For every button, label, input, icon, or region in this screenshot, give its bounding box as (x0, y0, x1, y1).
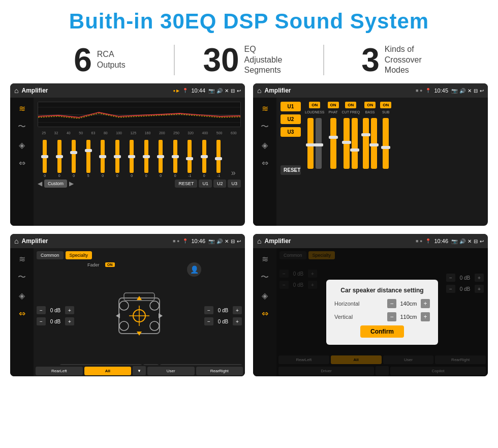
eq-band-8[interactable]: 0 (144, 140, 148, 177)
distance-close-icon[interactable]: ✕ (468, 238, 472, 244)
eq-band-3[interactable]: 0 (72, 140, 76, 177)
eq-band-10[interactable]: 0 (173, 140, 177, 177)
eq-band-4[interactable]: 5 (86, 140, 90, 177)
svg-point-7 (150, 301, 159, 310)
fader-camera-icon: 📷 (208, 238, 214, 244)
db-value-1: 0 dB (48, 308, 63, 313)
fader-sidebar-arrows[interactable]: ⇔ (19, 309, 25, 318)
distance-screen: ⌂ Amplifier ■ ● 📍 10:46 📷 🔊 ✕ ⊟ ↩ ≋ 〜 ◈ … (253, 234, 488, 376)
stat-crossover: 3 Kinds of Crossover Modes (329, 44, 468, 76)
db-minus-2[interactable]: − (37, 317, 46, 325)
eq-band-13[interactable]: -1 (216, 140, 221, 177)
db-controls-left: − 0 dB + − 0 dB + (37, 262, 74, 369)
eq-sidebar-eq-icon[interactable]: ≋ (19, 104, 25, 113)
eq-scroll-right[interactable]: » (231, 168, 236, 177)
eq-reset-btn[interactable]: RESET (175, 180, 197, 188)
dialog-vertical-label: Vertical (334, 314, 353, 320)
distance-sidebar-eq[interactable]: ≋ (262, 254, 268, 264)
eq-u1-btn[interactable]: U1 (199, 180, 212, 188)
screens-grid: ⌂ Amplifier ● ▶ 📍 10:44 📷 🔊 ✕ ⊟ ↩ ≋ 〜 ◈ … (0, 83, 498, 381)
confirm-button[interactable]: Confirm (360, 325, 404, 338)
fader-sidebar-eq[interactable]: ≋ (19, 254, 25, 264)
crossover-close-icon[interactable]: ✕ (468, 88, 472, 94)
channel-bass: ON BASS (363, 102, 377, 222)
crossover-min-icon[interactable]: ⊟ (474, 88, 478, 94)
eq-custom-btn[interactable]: Custom (44, 180, 67, 188)
db-plus-3[interactable]: + (233, 306, 242, 314)
close-icon[interactable]: ✕ (225, 88, 229, 94)
eq-band-12[interactable]: 0 (202, 140, 206, 177)
fader-sidebar-wave[interactable]: 〜 (18, 272, 26, 283)
db-minus-4[interactable]: − (204, 317, 213, 325)
tab-common[interactable]: Common (37, 251, 64, 259)
distance-dialog-overlay: Car speaker distance setting Horizontal … (276, 248, 488, 376)
horizontal-plus-btn[interactable]: + (421, 299, 430, 308)
distance-min-icon[interactable]: ⊟ (474, 238, 478, 244)
crossover-dots: ■ ● (416, 88, 422, 93)
eq-u2-btn[interactable]: U2 (213, 180, 227, 188)
eq-band-7[interactable]: 0 (130, 140, 134, 177)
eq-band-2[interactable]: 0 (57, 140, 61, 177)
eq-band-6[interactable]: 0 (115, 140, 119, 177)
eq-band-1[interactable]: 0 (43, 140, 47, 177)
stat-rca: 6 RCA Outputs (30, 44, 169, 76)
horizontal-minus-btn[interactable]: − (387, 299, 396, 308)
fader-min-icon[interactable]: ⊟ (231, 238, 235, 244)
crossover-sidebar-wave[interactable]: 〜 (261, 122, 269, 132)
fader-down-arrow[interactable]: ▼ (133, 366, 146, 375)
preset-u3[interactable]: U3 (281, 127, 301, 137)
minimize-icon[interactable]: ⊟ (231, 88, 235, 94)
eq-band-9[interactable]: 0 (159, 140, 163, 177)
eq-next-arrow[interactable]: ▶ (69, 180, 74, 187)
horizontal-value: 140cm (398, 301, 419, 307)
rearright-btn[interactable]: RearRight (196, 367, 243, 375)
distance-sidebar-speaker[interactable]: ◈ (262, 291, 268, 301)
db-plus-1[interactable]: + (65, 306, 74, 314)
distance-sidebar-arrows[interactable]: ⇔ (262, 309, 268, 318)
distance-sidebar-wave[interactable]: 〜 (261, 272, 269, 283)
eq-band-5[interactable]: 0 (101, 140, 105, 177)
distance-back-icon[interactable]: ↩ (480, 238, 484, 244)
fader-home-icon[interactable]: ⌂ (14, 237, 18, 245)
fader-back-icon[interactable]: ↩ (237, 238, 241, 244)
crossover-sidebar-speaker[interactable]: ◈ (262, 140, 268, 150)
eq-sidebar-wave-icon[interactable]: 〜 (18, 122, 26, 132)
crossover-sidebar-arrows[interactable]: ⇔ (262, 158, 268, 168)
svg-marker-16 (159, 313, 163, 318)
fader-close-icon[interactable]: ✕ (225, 238, 229, 244)
channel-loudness: ON LOUDNESS (305, 102, 325, 222)
preset-u1[interactable]: U1 (281, 102, 301, 111)
distance-title: Amplifier (264, 237, 413, 245)
crossover-sidebar-eq[interactable]: ≋ (262, 104, 268, 113)
crossover-screen-body: ≋ 〜 ◈ ⇔ U1 U2 U3 RESET ON LOUDN (253, 98, 488, 226)
dialog-title: Car speaker distance setting (334, 287, 430, 294)
db-minus-3[interactable]: − (204, 306, 213, 314)
dialog-horizontal-ctrl: − 140cm + (387, 299, 430, 308)
eq-prev-arrow[interactable]: ◀ (38, 180, 42, 187)
eq-band-11[interactable]: -1 (188, 140, 192, 177)
db-plus-2[interactable]: + (65, 317, 74, 325)
eq-sidebar-arrows-icon[interactable]: ⇔ (19, 158, 25, 168)
rearleft-btn[interactable]: RearLeft (36, 367, 83, 375)
preset-u2[interactable]: U2 (281, 114, 301, 124)
back-icon[interactable]: ↩ (237, 88, 241, 94)
eq-u3-btn[interactable]: U3 (228, 180, 241, 188)
distance-home-icon[interactable]: ⌂ (257, 237, 261, 245)
tab-specialty[interactable]: Specialty (66, 251, 92, 259)
vertical-minus-btn[interactable]: − (387, 312, 396, 321)
home-icon[interactable]: ⌂ (14, 86, 18, 95)
crossover-home-icon[interactable]: ⌂ (257, 86, 261, 95)
crossover-camera-icon: 📷 (451, 88, 457, 94)
crossover-back-icon[interactable]: ↩ (480, 88, 484, 94)
fader-sidebar-speaker[interactable]: ◈ (19, 291, 25, 301)
db-minus-1[interactable]: − (37, 306, 46, 314)
dialog-vertical-row: Vertical − 110cm + (334, 312, 430, 321)
eq-sidebar-speaker-icon[interactable]: ◈ (19, 140, 25, 150)
all-btn[interactable]: All (84, 367, 132, 375)
crossover-header: ⌂ Amplifier ■ ● 📍 10:45 📷 🔊 ✕ ⊟ ↩ (253, 83, 488, 98)
vertical-plus-btn[interactable]: + (421, 312, 430, 321)
stat-divider-1 (174, 45, 175, 75)
db-plus-4[interactable]: + (233, 317, 242, 325)
crossover-reset-btn[interactable]: RESET (281, 165, 301, 175)
user-btn[interactable]: User (147, 367, 195, 375)
